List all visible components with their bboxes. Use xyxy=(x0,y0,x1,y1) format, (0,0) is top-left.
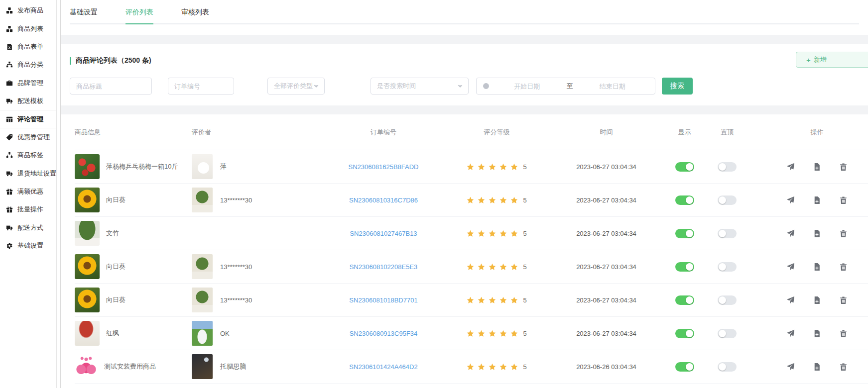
sidebar-item-product-form[interactable]: 商品表单 xyxy=(0,38,56,56)
reviewer-name: 13*******30 xyxy=(220,263,252,271)
trash-button[interactable] xyxy=(839,296,848,304)
sidebar-item-delivery-method[interactable]: 配送方式 xyxy=(0,219,56,237)
show-toggle[interactable] xyxy=(675,295,694,305)
date-range-picker[interactable]: 至 xyxy=(476,78,655,95)
order-number-link[interactable]: SN2306101424A464D2 xyxy=(349,363,417,371)
trash-icon xyxy=(839,196,848,204)
start-date-input[interactable] xyxy=(490,83,565,90)
file-add-button[interactable] xyxy=(813,163,821,171)
top-toggle[interactable] xyxy=(718,329,737,338)
show-toggle[interactable] xyxy=(675,195,694,205)
send-button[interactable] xyxy=(786,363,795,371)
top-toggle[interactable] xyxy=(718,262,737,272)
sidebar-nav: 发布商品商品列表商品表单商品分类品牌管理配送模板评论管理优惠券管理商品标签退货地… xyxy=(0,1,56,255)
search-button[interactable]: 搜索 xyxy=(662,78,693,95)
show-toggle[interactable] xyxy=(675,229,694,238)
sidebar-item-basic-settings[interactable]: 基础设置 xyxy=(0,237,56,255)
sidebar-item-product-category[interactable]: 商品分类 xyxy=(0,56,56,74)
product-name: 文竹 xyxy=(106,229,119,238)
star-icon xyxy=(478,330,485,337)
column-header: 评分等级 xyxy=(438,128,555,137)
chevron-down-icon xyxy=(313,83,319,89)
review-time: 2023-06-27 03:04:34 xyxy=(555,296,657,304)
trash-button[interactable] xyxy=(839,163,848,171)
reviewer-name: 13*******30 xyxy=(220,296,252,304)
product-image xyxy=(75,154,100,179)
tab-review-list[interactable]: 评价列表 xyxy=(125,8,153,24)
show-toggle[interactable] xyxy=(675,329,694,338)
order-number-link[interactable]: SN2306081625B8FADD xyxy=(349,163,419,171)
file-add-icon xyxy=(813,229,821,238)
review-type-select[interactable]: 全部评价类型 xyxy=(267,78,325,95)
star-icon xyxy=(499,330,507,337)
trash-button[interactable] xyxy=(839,329,848,338)
sidebar-item-product-tags[interactable]: 商品标签 xyxy=(0,146,56,164)
review-time: 2023-06-27 03:04:34 xyxy=(555,263,657,271)
product-name: 红枫 xyxy=(106,329,119,338)
sidebar-item-coupon-management[interactable]: 优惠券管理 xyxy=(0,128,56,146)
file-add-button[interactable] xyxy=(813,263,821,271)
order-no-input[interactable] xyxy=(168,78,234,95)
sidebar-item-delivery-template[interactable]: 配送模板 xyxy=(0,92,56,110)
column-header: 操作 xyxy=(742,128,868,137)
send-button[interactable] xyxy=(786,263,795,271)
show-toggle[interactable] xyxy=(675,162,694,172)
send-icon xyxy=(786,263,795,271)
product-image xyxy=(75,221,100,246)
add-button[interactable]: + 新增 xyxy=(796,52,868,68)
file-add-button[interactable] xyxy=(813,363,821,371)
sidebar-item-batch-operations[interactable]: 批量操作 xyxy=(0,200,56,218)
order-number-link[interactable]: SN2306080913C95F34 xyxy=(350,330,418,337)
file-add-button[interactable] xyxy=(813,229,821,238)
order-number-link[interactable]: SN230608102208E5E3 xyxy=(350,263,418,271)
trash-button[interactable] xyxy=(839,229,848,238)
title-accent-bar xyxy=(70,57,71,65)
star-icon xyxy=(467,363,474,371)
star-icon xyxy=(510,196,518,204)
star-icon xyxy=(499,196,507,204)
order-number-link[interactable]: SN2306081027467B13 xyxy=(350,230,417,237)
sidebar-item-product-list[interactable]: 商品列表 xyxy=(0,19,56,37)
order-number-link[interactable]: SN23060810316C7D86 xyxy=(349,196,418,204)
sidebar-item-full-reduction[interactable]: 满额优惠 xyxy=(0,183,56,200)
sidebar-item-return-address-settings[interactable]: 退货地址设置 xyxy=(0,165,56,183)
top-toggle[interactable] xyxy=(718,229,737,238)
top-toggle[interactable] xyxy=(718,162,737,172)
send-button[interactable] xyxy=(786,329,795,338)
tab-basic-settings[interactable]: 基础设置 xyxy=(70,8,98,24)
send-icon xyxy=(786,163,795,171)
top-toggle[interactable] xyxy=(718,362,737,372)
product-title-input[interactable] xyxy=(70,78,152,95)
show-toggle[interactable] xyxy=(675,262,694,272)
top-toggle[interactable] xyxy=(718,295,737,305)
star-icon xyxy=(499,296,507,304)
sidebar-item-comment-management[interactable]: 评论管理 xyxy=(0,110,56,128)
top-toggle[interactable] xyxy=(718,195,737,205)
send-button[interactable] xyxy=(786,163,795,171)
star-icon xyxy=(467,230,474,237)
file-add-button[interactable] xyxy=(813,296,821,304)
send-button[interactable] xyxy=(786,296,795,304)
search-time-select[interactable]: 是否搜索时间 xyxy=(371,78,469,95)
main-content: 基础设置评价列表审核列表 商品评论列表（2500 条) + 新增 全部评价类型 … xyxy=(61,0,868,388)
reviewer-avatar xyxy=(192,188,213,212)
sidebar-item-brand-management[interactable]: 品牌管理 xyxy=(0,74,56,92)
trash-button[interactable] xyxy=(839,196,848,204)
trash-button[interactable] xyxy=(839,363,848,371)
tab-audit-list[interactable]: 审核列表 xyxy=(181,8,209,24)
sidebar-item-label: 商品列表 xyxy=(17,24,43,33)
send-icon xyxy=(786,363,795,371)
file-add-button[interactable] xyxy=(813,329,821,338)
star-icon xyxy=(478,230,485,237)
show-toggle[interactable] xyxy=(675,362,694,372)
table-row: 红枫OKSN2306080913C95F3452023-06-27 03:04:… xyxy=(75,317,868,350)
review-time: 2023-06-27 03:04:34 xyxy=(555,163,657,171)
file-add-button[interactable] xyxy=(813,196,821,204)
send-button[interactable] xyxy=(786,196,795,204)
sidebar-item-publish-product[interactable]: 发布商品 xyxy=(0,1,56,19)
rating-value: 5 xyxy=(523,330,526,337)
send-button[interactable] xyxy=(786,229,795,238)
trash-button[interactable] xyxy=(839,263,848,271)
end-date-input[interactable] xyxy=(575,83,650,90)
order-number-link[interactable]: SN2306081018BD7701 xyxy=(349,296,417,304)
